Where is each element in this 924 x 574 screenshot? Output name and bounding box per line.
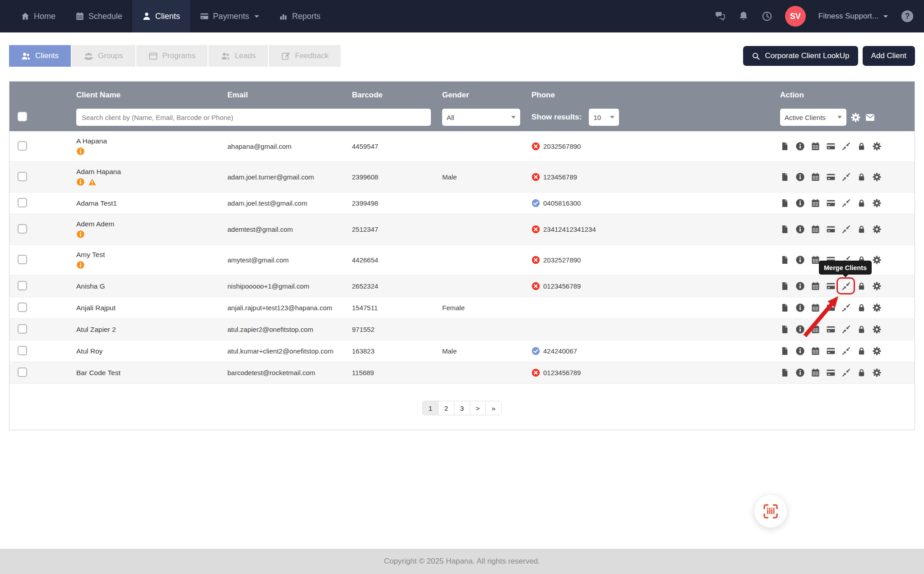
tab-programs[interactable]: Programs: [136, 45, 208, 67]
payments-card-icon[interactable]: [826, 172, 836, 182]
document-icon[interactable]: [780, 255, 790, 265]
schedule-calendar-icon[interactable]: [811, 325, 820, 334]
payments-card-icon[interactable]: [826, 346, 836, 356]
access-lock-icon[interactable]: [857, 303, 866, 312]
row-checkbox[interactable]: [18, 172, 27, 181]
pagination-item-3[interactable]: 3: [454, 401, 470, 415]
merge-clients-icon[interactable]: [841, 325, 851, 334]
payments-card-icon[interactable]: [826, 198, 836, 208]
row-checkbox[interactable]: [18, 224, 27, 234]
client-info-icon[interactable]: [795, 325, 805, 334]
schedule-calendar-icon[interactable]: [811, 198, 820, 208]
chat-icon[interactable]: [715, 11, 725, 22]
settings-gear-icon[interactable]: [872, 198, 882, 208]
select-all-checkbox[interactable]: [18, 112, 27, 121]
client-info-icon[interactable]: [795, 303, 805, 312]
tab-leads[interactable]: Leads: [208, 45, 268, 67]
schedule-calendar-icon[interactable]: [811, 281, 820, 291]
row-checkbox[interactable]: [18, 141, 27, 151]
corporate-client-lookup-button[interactable]: Corporate Client LookUp: [743, 46, 858, 66]
settings-gear-icon[interactable]: [872, 368, 882, 377]
merge-clients-icon[interactable]: [841, 142, 851, 151]
merge-clients-icon[interactable]: [841, 368, 851, 377]
email-envelope-icon[interactable]: [865, 112, 875, 123]
nav-item-payments[interactable]: Payments: [190, 0, 269, 32]
schedule-calendar-icon[interactable]: [811, 303, 820, 312]
payments-card-icon[interactable]: [826, 281, 836, 291]
document-icon[interactable]: [780, 225, 790, 234]
document-icon[interactable]: [780, 172, 790, 182]
tab-feedback[interactable]: Feedback: [269, 45, 341, 67]
access-lock-icon[interactable]: [857, 172, 866, 182]
schedule-calendar-icon[interactable]: [811, 368, 820, 377]
settings-gear-icon[interactable]: [872, 225, 882, 234]
access-lock-icon[interactable]: [857, 346, 866, 356]
pagination-item-[interactable]: >: [470, 401, 486, 415]
client-info-icon[interactable]: [795, 346, 805, 356]
client-info-icon[interactable]: [795, 142, 805, 151]
schedule-calendar-icon[interactable]: [811, 172, 820, 182]
nav-item-clients[interactable]: Clients: [132, 0, 190, 32]
settings-gear-icon[interactable]: [872, 255, 882, 265]
client-info-icon[interactable]: [795, 281, 805, 291]
row-checkbox[interactable]: [18, 346, 27, 355]
access-lock-icon[interactable]: [857, 142, 866, 151]
gender-filter-select[interactable]: All: [442, 109, 520, 126]
schedule-calendar-icon[interactable]: [811, 225, 820, 234]
nav-item-home[interactable]: Home: [11, 0, 65, 32]
settings-gear-icon[interactable]: [872, 346, 882, 356]
row-checkbox[interactable]: [18, 324, 27, 334]
pagination-item-2[interactable]: 2: [438, 401, 454, 415]
access-lock-icon[interactable]: [857, 368, 866, 377]
row-checkbox[interactable]: [18, 255, 27, 264]
settings-gear-icon[interactable]: [872, 172, 882, 182]
schedule-calendar-icon[interactable]: [811, 142, 820, 151]
schedule-calendar-icon[interactable]: [811, 346, 820, 356]
settings-gear-icon[interactable]: [872, 142, 882, 151]
row-checkbox[interactable]: [18, 281, 27, 290]
merge-clients-icon[interactable]: [841, 303, 851, 312]
payments-card-icon[interactable]: [826, 303, 836, 312]
settings-gear-icon[interactable]: [872, 325, 882, 334]
client-info-icon[interactable]: [795, 198, 805, 208]
merge-clients-icon[interactable]: [841, 346, 851, 356]
pagination-item-1[interactable]: 1: [422, 401, 439, 415]
pagination-item-[interactable]: »: [485, 401, 502, 415]
account-menu[interactable]: Fitness Support...: [818, 12, 888, 21]
add-client-button[interactable]: Add Client: [863, 46, 915, 66]
search-input[interactable]: [76, 109, 431, 126]
client-info-icon[interactable]: [795, 172, 805, 182]
row-checkbox[interactable]: [18, 198, 27, 207]
tab-groups[interactable]: Groups: [72, 45, 135, 67]
access-lock-icon[interactable]: [857, 198, 866, 208]
merge-clients-icon[interactable]: [841, 198, 851, 208]
document-icon[interactable]: [780, 325, 790, 334]
nav-item-schedule[interactable]: Schedule: [65, 0, 132, 32]
merge-clients-icon[interactable]: [841, 225, 851, 234]
client-info-icon[interactable]: [795, 225, 805, 234]
show-results-select[interactable]: 10: [589, 109, 619, 126]
client-status-filter-select[interactable]: Active Clients: [780, 109, 846, 126]
document-icon[interactable]: [780, 142, 790, 151]
document-icon[interactable]: [780, 303, 790, 312]
access-lock-icon[interactable]: [857, 281, 866, 291]
help-icon[interactable]: ?: [901, 9, 914, 23]
access-lock-icon[interactable]: [857, 225, 866, 234]
client-info-icon[interactable]: [795, 368, 805, 377]
tab-clients[interactable]: Clients: [9, 45, 71, 67]
payments-card-icon[interactable]: [826, 325, 836, 334]
notifications-bell-icon[interactable]: [738, 11, 749, 22]
clock-icon[interactable]: [762, 11, 772, 22]
document-icon[interactable]: [780, 281, 790, 291]
settings-gear-icon[interactable]: [850, 112, 861, 123]
row-checkbox[interactable]: [18, 303, 27, 312]
nav-item-reports[interactable]: Reports: [269, 0, 330, 32]
merge-clients-icon[interactable]: [841, 281, 851, 291]
payments-card-icon[interactable]: [826, 225, 836, 234]
row-checkbox[interactable]: [18, 367, 27, 377]
access-lock-icon[interactable]: [857, 325, 866, 334]
avatar[interactable]: SV: [785, 6, 806, 27]
document-icon[interactable]: [780, 346, 790, 356]
settings-gear-icon[interactable]: [872, 303, 882, 312]
payments-card-icon[interactable]: [826, 368, 836, 377]
